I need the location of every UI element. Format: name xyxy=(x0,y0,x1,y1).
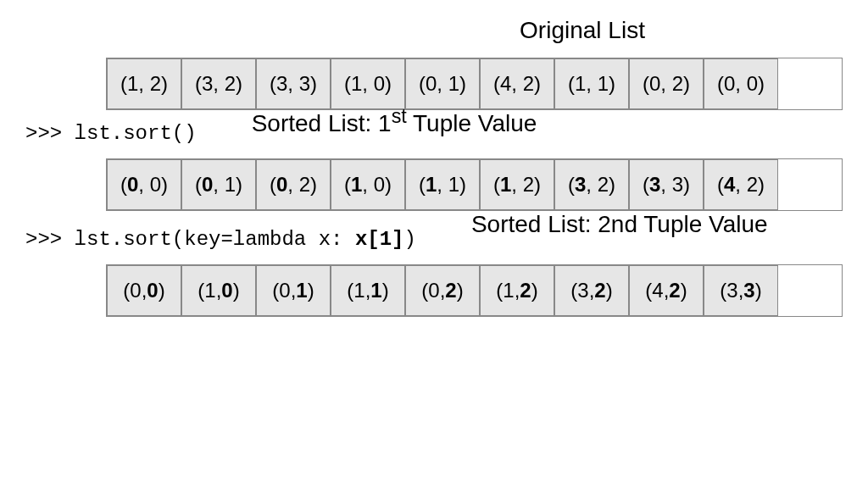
tuple-cell: (1, 0) xyxy=(181,265,256,316)
row-sorted2: (0, 0)(1, 0)(0, 1)(1, 1)(0, 2)(1, 2)(3, … xyxy=(106,264,843,317)
tuple-cell: (0, 0) xyxy=(704,58,778,109)
tuple-cell: (3, 2) xyxy=(554,159,629,210)
tuple-cell: (1, 0) xyxy=(331,58,405,109)
title-original: Original List xyxy=(322,17,843,44)
row-original: (1, 2)(3, 2)(3, 3)(1, 0)(0, 1)(4, 2)(1, … xyxy=(106,58,843,110)
row-sorted1: (0, 0)(0, 1)(0, 2)(1, 0)(1, 1)(1, 2)(3, … xyxy=(106,158,843,211)
tuple-cell: (3, 2) xyxy=(554,265,629,316)
tuple-cell: (1, 0) xyxy=(331,159,405,210)
tuple-cell: (0, 0) xyxy=(107,265,181,316)
tuple-cell: (0, 0) xyxy=(107,159,181,210)
tuple-cell: (0, 2) xyxy=(405,265,480,316)
tuple-cell: (1, 1) xyxy=(554,58,629,109)
tuple-cell: (0, 2) xyxy=(256,159,331,210)
code-sort-lambda: >>> lst.sort(key=lambda x: x[1]) xyxy=(25,228,416,251)
tuple-cell: (3, 2) xyxy=(181,58,256,109)
title-sorted2: Sorted List: 2nd Tuple Value xyxy=(471,211,768,251)
tuple-cell: (3, 3) xyxy=(704,265,778,316)
tuple-cell: (3, 3) xyxy=(629,159,704,210)
tuple-cell: (3, 3) xyxy=(256,58,331,109)
tuple-cell: (4, 2) xyxy=(480,58,554,109)
code-sort-default: >>> lst.sort() xyxy=(25,122,197,145)
tuple-cell: (1, 1) xyxy=(331,265,405,316)
tuple-cell: (0, 1) xyxy=(405,58,480,109)
tuple-cell: (1, 2) xyxy=(480,265,554,316)
title-sorted1: Sorted List: 1st Tuple Value xyxy=(252,105,537,145)
tuple-cell: (4, 2) xyxy=(629,265,704,316)
tuple-cell: (1, 2) xyxy=(480,159,554,210)
tuple-cell: (0, 1) xyxy=(256,265,331,316)
tuple-cell: (1, 1) xyxy=(405,159,480,210)
tuple-cell: (4, 2) xyxy=(704,159,778,210)
tuple-cell: (1, 2) xyxy=(107,58,181,109)
tuple-cell: (0, 1) xyxy=(181,159,256,210)
tuple-cell: (0, 2) xyxy=(629,58,704,109)
